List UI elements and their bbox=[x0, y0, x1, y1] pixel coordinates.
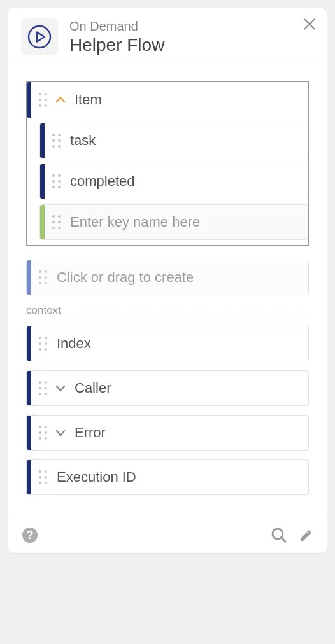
color-bar bbox=[27, 82, 31, 118]
chevron-up-icon bbox=[54, 94, 67, 106]
card-header: On Demand Helper Flow bbox=[8, 8, 327, 66]
search-button[interactable] bbox=[271, 527, 287, 543]
drag-handle[interactable] bbox=[35, 470, 50, 484]
drag-handle[interactable] bbox=[35, 337, 50, 351]
play-icon-box bbox=[21, 18, 58, 55]
dashed-line bbox=[68, 311, 309, 311]
item-row[interactable]: Item bbox=[27, 82, 308, 118]
svg-line-7 bbox=[282, 538, 285, 542]
new-key-input[interactable] bbox=[65, 214, 308, 230]
field-label: Execution ID bbox=[52, 469, 141, 486]
field-label: Index bbox=[52, 335, 96, 352]
card-body: Item task completed bbox=[8, 66, 327, 517]
expand-toggle[interactable] bbox=[52, 382, 69, 395]
drag-handle[interactable] bbox=[48, 174, 64, 188]
drag-handle[interactable] bbox=[48, 215, 64, 229]
svg-marker-1 bbox=[37, 32, 45, 42]
create-placeholder: Click or drag to create bbox=[52, 269, 199, 286]
helper-flow-card: On Demand Helper Flow bbox=[8, 8, 327, 554]
color-bar bbox=[40, 123, 45, 158]
search-icon bbox=[271, 527, 287, 543]
field-label: completed bbox=[65, 173, 140, 190]
field-completed[interactable]: completed bbox=[39, 164, 308, 199]
color-bar bbox=[27, 326, 31, 361]
field-label: task bbox=[65, 132, 101, 149]
color-bar bbox=[27, 260, 31, 295]
chevron-down-icon bbox=[54, 426, 67, 439]
field-label: Error bbox=[69, 424, 111, 441]
color-bar bbox=[27, 371, 31, 405]
edit-button[interactable] bbox=[299, 528, 314, 543]
color-bar bbox=[40, 205, 45, 239]
drag-handle[interactable] bbox=[35, 381, 50, 395]
header-title: Helper Flow bbox=[69, 35, 164, 55]
item-label: Item bbox=[69, 92, 107, 108]
drag-handle[interactable] bbox=[35, 426, 50, 440]
color-bar bbox=[27, 460, 31, 494]
close-button[interactable] bbox=[303, 17, 317, 34]
item-group: Item task completed bbox=[26, 81, 309, 246]
drag-handle[interactable] bbox=[48, 134, 64, 148]
collapse-toggle[interactable] bbox=[52, 94, 69, 106]
field-error[interactable]: Error bbox=[26, 415, 309, 451]
svg-text:?: ? bbox=[27, 529, 34, 542]
drag-handle[interactable] bbox=[35, 270, 50, 284]
field-execution-id[interactable]: Execution ID bbox=[26, 459, 309, 495]
chevron-down-icon bbox=[54, 382, 67, 395]
context-label: context bbox=[26, 304, 61, 317]
svg-point-0 bbox=[29, 26, 50, 48]
color-bar bbox=[40, 164, 45, 199]
pencil-icon bbox=[299, 528, 314, 543]
field-task[interactable]: task bbox=[39, 123, 308, 158]
card-footer: ? bbox=[8, 517, 327, 553]
create-row[interactable]: Click or drag to create bbox=[26, 260, 309, 295]
help-icon: ? bbox=[21, 526, 39, 544]
color-bar bbox=[27, 416, 31, 450]
header-subtitle: On Demand bbox=[69, 19, 164, 34]
header-text: On Demand Helper Flow bbox=[69, 19, 164, 55]
field-caller[interactable]: Caller bbox=[26, 370, 309, 406]
play-icon bbox=[27, 24, 52, 50]
field-index[interactable]: Index bbox=[26, 326, 309, 361]
drag-handle[interactable] bbox=[35, 93, 50, 107]
help-button[interactable]: ? bbox=[21, 526, 39, 544]
expand-toggle[interactable] bbox=[52, 426, 69, 439]
close-icon bbox=[303, 17, 317, 31]
field-label: Caller bbox=[69, 380, 116, 396]
new-key-row[interactable] bbox=[39, 204, 308, 240]
context-divider: context bbox=[26, 304, 309, 317]
